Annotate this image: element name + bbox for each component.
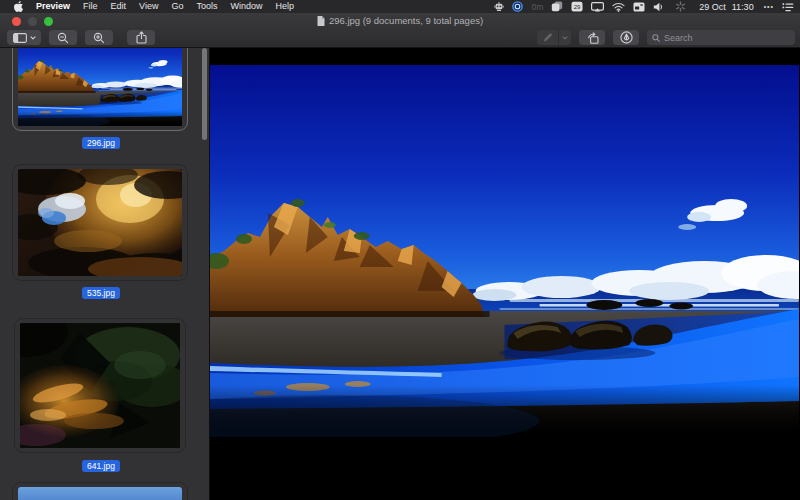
thumbnail-label-row: 535.jpg	[0, 282, 202, 300]
input-source-icon[interactable]	[633, 2, 645, 12]
rotate-left-button[interactable]	[579, 30, 605, 45]
search-input[interactable]	[664, 33, 790, 43]
menu-bar-status: 0m 29 29 Oct 11:3	[494, 1, 794, 12]
thumbnail-next[interactable]	[18, 487, 182, 500]
sidebar-icon	[13, 33, 27, 43]
calendar-icon[interactable]: 29	[571, 1, 583, 12]
menu-help[interactable]: Help	[275, 0, 294, 13]
zoom-in-button[interactable]	[85, 30, 113, 45]
document-icon	[317, 16, 325, 26]
title-bar: 296.jpg (9 documents, 9 total pages)	[0, 13, 800, 28]
markup-button[interactable]	[613, 30, 639, 45]
window-content: 296.jpg 535.jpg 641.jpg	[0, 48, 800, 500]
menu-window[interactable]: Window	[230, 0, 262, 13]
search-field[interactable]	[647, 30, 795, 45]
thumbnail-label-row: 296.jpg	[0, 132, 202, 150]
thumbnail-label-296[interactable]: 296.jpg	[82, 137, 120, 149]
screen-time-label[interactable]: 0m	[531, 2, 543, 12]
thumbnail-label-641[interactable]: 641.jpg	[82, 460, 120, 472]
thumbnail-label-row: 641.jpg	[0, 455, 202, 473]
sidebar-scrollbar[interactable]	[202, 48, 207, 140]
traffic-lights	[12, 17, 53, 26]
window-title: 296.jpg (9 documents, 9 total pages)	[317, 15, 483, 26]
window-chrome: 296.jpg (9 documents, 9 total pages)	[0, 13, 800, 48]
preview-window: 296.jpg (9 documents, 9 total pages)	[0, 13, 800, 500]
menu-bar: Preview File Edit View Go Tools Window H…	[0, 0, 800, 13]
highlight-button[interactable]	[537, 30, 571, 45]
highlight-menu-chevron[interactable]	[559, 30, 571, 45]
toolbar	[0, 28, 800, 50]
menu-file[interactable]: File	[83, 0, 98, 13]
apple-menu[interactable]	[14, 1, 23, 12]
blue-ring-icon[interactable]	[512, 1, 523, 12]
markup-icon	[620, 31, 633, 44]
more-icon[interactable]: •••	[764, 3, 774, 10]
svg-text:29: 29	[574, 4, 581, 10]
menu-tools[interactable]: Tools	[196, 0, 217, 13]
display-mirroring-icon[interactable]	[591, 2, 604, 12]
clock-date: 29 Oct	[699, 2, 726, 12]
highlight-pen-icon[interactable]	[537, 30, 559, 45]
close-button[interactable]	[12, 17, 21, 26]
notification-icon[interactable]	[551, 1, 563, 12]
image-canvas	[210, 48, 800, 500]
app-menu[interactable]: Preview	[36, 0, 70, 13]
share-button[interactable]	[127, 30, 155, 45]
volume-icon[interactable]	[653, 2, 664, 12]
thumbnail-535[interactable]	[18, 169, 182, 276]
menu-bar-left: Preview File Edit View Go Tools Window H…	[14, 0, 294, 13]
fan-icon[interactable]	[675, 1, 686, 12]
thumbnail-296[interactable]	[18, 48, 182, 126]
beach-photo	[210, 65, 799, 437]
wifi-icon[interactable]	[612, 2, 625, 12]
menu-edit[interactable]: Edit	[111, 0, 127, 13]
robot-head-icon[interactable]	[494, 1, 504, 12]
share-icon	[136, 31, 147, 44]
zoom-out-button[interactable]	[49, 30, 77, 45]
chevron-down-icon	[30, 36, 36, 40]
menu-go[interactable]: Go	[171, 0, 183, 13]
search-icon	[652, 34, 660, 42]
thumbnail-sidebar: 296.jpg 535.jpg 641.jpg	[0, 48, 210, 500]
thumbnail-label-535[interactable]: 535.jpg	[82, 287, 120, 299]
zoom-out-icon	[57, 32, 69, 44]
minimize-button[interactable]	[28, 17, 37, 26]
view-options-button[interactable]	[7, 30, 41, 45]
menu-bar-clock[interactable]: 29 Oct 11:30	[699, 2, 753, 12]
thumbnail-641[interactable]	[20, 323, 180, 448]
menu-view[interactable]: View	[139, 0, 158, 13]
window-title-text: 296.jpg (9 documents, 9 total pages)	[329, 15, 483, 26]
rotate-left-icon	[586, 32, 599, 44]
desktop: Preview File Edit View Go Tools Window H…	[0, 0, 800, 500]
zoom-in-icon	[93, 32, 105, 44]
notification-center-icon[interactable]	[782, 2, 794, 12]
fullscreen-button[interactable]	[44, 17, 53, 26]
clock-time: 11:30	[732, 2, 754, 12]
